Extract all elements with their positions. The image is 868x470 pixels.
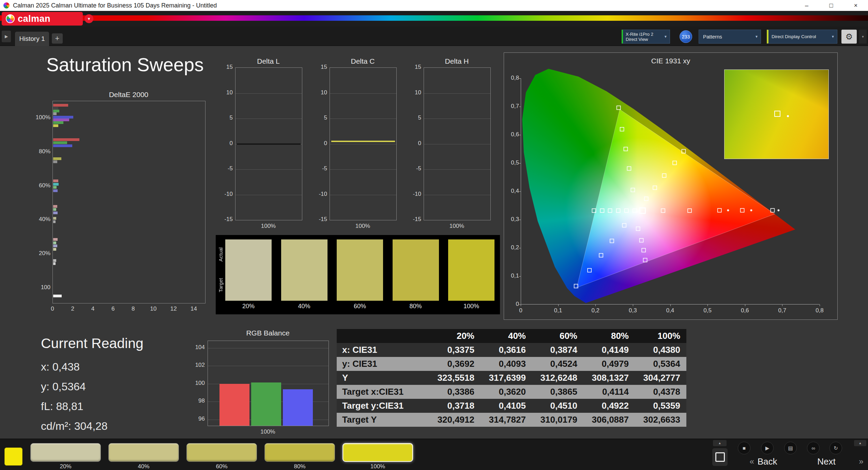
deltae-y-label: 40%	[33, 216, 50, 223]
save-button[interactable]: ▤	[784, 442, 797, 454]
meter-line1: X-Rite i1Pro 2	[626, 32, 653, 37]
meter-line2: Direct View	[626, 37, 648, 42]
target-row-label: Target	[217, 270, 224, 300]
table-row: Target y:CIE310,37180,41050,45100,49220,…	[337, 399, 686, 413]
table-cell: 304,2777	[635, 373, 686, 383]
delta-c-y-label: 10	[309, 89, 327, 96]
deltae-bar	[53, 205, 57, 208]
strip-swatch-label: 40%	[281, 303, 328, 310]
deltae-y-label: 80%	[33, 148, 50, 155]
maximize-button[interactable]: □	[819, 0, 843, 11]
toolbar-corner-button[interactable]: ▼	[859, 30, 867, 44]
table-cell: 0,4149	[583, 345, 635, 355]
cie-y-tick	[519, 78, 521, 79]
deltae-bar	[53, 217, 56, 220]
close-button[interactable]: ×	[843, 0, 868, 11]
meter-dropdown[interactable]: X-Rite i1Pro 2 Direct View ▼	[622, 30, 670, 44]
reading-y: y: 0,5364	[41, 377, 143, 396]
minimize-button[interactable]: –	[794, 0, 819, 11]
chevron-down-icon: ▼	[664, 34, 667, 39]
deltae-bar	[53, 208, 56, 211]
cie-y-tick	[519, 135, 521, 135]
bottom-swatch-60%[interactable]	[186, 443, 257, 462]
next-chevron-button[interactable]: »	[855, 454, 867, 469]
tab-history-1[interactable]: History 1	[15, 32, 49, 46]
delta-c-y-label: 15	[309, 64, 327, 70]
cie-x-label: 0,5	[701, 307, 714, 314]
table-cell: 0,3718	[429, 401, 481, 411]
table-cell: 0,5359	[635, 401, 686, 411]
rgb-bar-blue	[283, 389, 313, 426]
add-tab-button[interactable]: +	[52, 33, 63, 44]
rgb-gridline	[208, 348, 329, 348]
delta-c-gridline	[330, 195, 396, 195]
bottom-swatch-100%[interactable]	[342, 443, 413, 462]
delta-h-y-label: 5	[403, 114, 421, 121]
bottom-swatch-40%[interactable]	[108, 443, 179, 462]
refresh-button[interactable]: ↻	[829, 442, 842, 454]
calman-logo[interactable]: calman	[2, 12, 83, 26]
logo-menu-button[interactable]: ▼	[85, 14, 93, 23]
tab-scroll-button[interactable]: ▶	[2, 31, 11, 42]
active-pattern-swatch[interactable]	[4, 448, 22, 466]
rgb-y-label: 100	[189, 380, 205, 387]
back-label: Back	[758, 456, 777, 467]
table-cell: 306,0887	[583, 414, 635, 425]
table-row: y: CIE310,36920,40930,45240,49790,5364	[337, 357, 686, 371]
deltae-bar	[53, 179, 58, 182]
rgb-balance-plot	[208, 341, 329, 426]
next-chevron-icon: »	[859, 457, 863, 466]
loop-button[interactable]: ∞	[807, 442, 820, 454]
delta-h-gridline	[424, 144, 490, 144]
display-control-dropdown[interactable]: Direct Display Control ▼	[767, 30, 837, 44]
deltae-x-label: 14	[188, 306, 199, 312]
pattern-window-button[interactable]	[712, 448, 728, 466]
strip-swatch-40%	[281, 239, 328, 301]
deltae-x-label: 12	[168, 306, 179, 312]
play-button[interactable]: ▶	[761, 442, 774, 454]
table-cell: 308,1327	[583, 373, 635, 383]
deltae-bar	[53, 160, 57, 163]
strip-swatch-label: 80%	[393, 303, 439, 310]
stop-button[interactable]: ■	[738, 442, 750, 454]
gear-icon[interactable]: ⚙	[841, 30, 857, 44]
cie-x-tick	[820, 304, 820, 306]
table-row-label: Target x:CIE31	[337, 387, 429, 397]
strip-swatch-label: 60%	[337, 303, 383, 310]
delta-l-y-label: 0	[214, 140, 233, 147]
delta-l-gridline	[235, 195, 302, 195]
rgb-y-label: 104	[189, 344, 205, 351]
next-button[interactable]: Next	[799, 454, 854, 469]
cie-x-tick	[782, 304, 782, 306]
delta-l-series-line	[237, 143, 301, 145]
patterns-dropdown[interactable]: Patterns ▼	[699, 30, 761, 44]
deltae-bar	[53, 138, 79, 141]
cie-x-tick	[707, 304, 708, 306]
deltae-y-label: 20%	[33, 250, 50, 257]
scroll-up-button-right[interactable]: ▲	[854, 440, 866, 446]
cie-y-label: 0,1	[505, 272, 519, 279]
delta-c-y-label: -15	[309, 216, 327, 223]
delta-l-gridline	[235, 169, 302, 170]
meter-count-badge[interactable]: 233	[680, 30, 692, 43]
cie-x-tick	[633, 304, 633, 306]
delta-h-y-label: -5	[403, 165, 421, 172]
deltae-plot	[52, 101, 205, 303]
delta-c-plot	[330, 67, 397, 220]
table-row-label: y: CIE31	[337, 359, 429, 369]
patterns-label: Patterns	[703, 34, 722, 40]
bottom-swatch-20%[interactable]	[30, 443, 101, 462]
calman-pinwheel-icon	[6, 14, 15, 23]
deltae-bar	[53, 259, 56, 262]
scroll-up-button[interactable]: ▲	[713, 440, 727, 446]
cie-x-tick	[595, 304, 596, 306]
cie-y-label: 0,4	[505, 188, 519, 194]
window-controls: – □ ×	[794, 0, 868, 11]
back-button[interactable]: « Back	[733, 454, 794, 469]
spectrum-strip	[0, 15, 868, 21]
delta-c-gridline	[330, 93, 396, 94]
cie-y-tick	[519, 276, 521, 277]
bottom-swatch-label: 80%	[264, 463, 335, 470]
table-col-header: 40%	[481, 331, 532, 341]
bottom-swatch-80%[interactable]	[264, 443, 335, 462]
